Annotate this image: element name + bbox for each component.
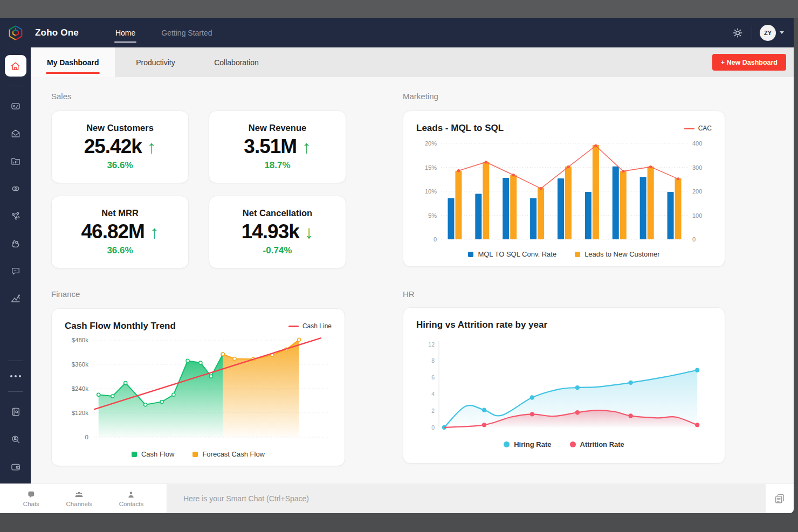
app-frame: Zoho One Home Getting Started ZY [0,18,794,513]
nav-link-home[interactable]: Home [115,25,135,40]
chat-clipboard-button[interactable] [766,484,794,513]
sidebar-item-mail[interactable] [5,123,26,144]
sidebar-item-crm[interactable] [5,95,26,117]
kpi-title: Net Cancellation [243,208,312,218]
sidebar-divider [8,361,23,361]
kpi-card-new-customers: New Customers 25.42k ↑ 36.6% [51,110,189,183]
people-search-icon [10,434,21,445]
svg-text:$120k: $120k [72,410,89,416]
svg-text:0: 0 [431,424,435,431]
trend-up-arrow-icon: ↑ [302,138,311,156]
smart-chat-bar: Chats Channels Contacts [0,483,794,513]
sidebar-item-connections[interactable] [5,205,26,227]
avatar[interactable]: ZY [760,25,776,41]
legend-item-forecast[interactable]: Forecast Cash Flow [192,450,265,458]
sidebar-item-wallet[interactable] [5,456,26,478]
legend-item-hiring[interactable]: Hiring Rate [504,440,551,448]
notebook-icon [10,406,21,417]
hiring-attrition-chart[interactable]: 1286420 [416,338,712,436]
link-loops-icon [10,183,21,194]
leads-mql-sql-chart[interactable]: 20%40015%30010%2005%10000 [416,137,712,249]
kpi-delta: 36.6% [107,160,133,171]
legend-item-mql[interactable]: MQL TO SQL Conv. Rate [468,250,556,258]
chat-tab-channels[interactable]: Channels [66,490,93,507]
sidebar-divider [8,391,23,392]
smart-chat-input[interactable] [167,494,766,503]
user-menu[interactable]: ZY [760,25,784,41]
chat-tab-contacts[interactable]: Contacts [119,490,143,507]
legend-item-cash-flow[interactable]: Cash Flow [132,450,174,458]
tab-my-dashboard[interactable]: My Dashboard [31,47,115,77]
wallet-icon [10,461,21,472]
sidebar-item-recruit[interactable] [5,429,26,450]
svg-text:8: 8 [431,357,435,364]
mail-icon [10,128,21,139]
trend-down-arrow-icon: ↓ [305,223,314,241]
more-ellipsis-icon [10,375,21,377]
hand-gesture-icon [10,238,21,249]
svg-text:300: 300 [692,164,702,171]
kpi-value: 14.93k [242,220,299,243]
new-dashboard-button[interactable]: + New Dashboard [712,54,786,71]
home-icon [10,60,21,72]
sidebar-divider [8,86,23,86]
svg-text:0: 0 [85,434,88,440]
svg-text:400: 400 [692,140,702,147]
sidebar-item-more[interactable] [5,370,26,382]
svg-text:$360k: $360k [72,361,89,368]
chart-title: Hiring vs Attrition rate by year [416,320,547,330]
kpi-card-net-cancellation: Net Cancellation 14.93k ↓ -0.74% [209,196,346,268]
dashboard-tabbar: My Dashboard Productivity Collaboration … [31,47,794,77]
finance-chart-card: Cash Flow Monthly Trend Cash Line $480k$… [51,308,345,466]
tab-productivity[interactable]: Productivity [115,47,196,77]
sidebar-item-cliq[interactable] [5,260,26,282]
crm-card-icon [10,101,21,112]
chart-title: Leads - MQL to SQL [416,123,504,134]
svg-text:6: 6 [431,374,435,381]
svg-text:$240k: $240k [72,385,89,392]
kpi-delta: 36.6% [107,245,133,256]
kpi-card-net-mrr: Net MRR 46.82M ↑ 36.6% [51,196,189,268]
chat-tab-chats[interactable]: Chats [23,490,39,507]
kpi-value: 25.42k [84,135,142,158]
svg-text:15%: 15% [425,164,437,171]
settings-gear-icon[interactable] [731,26,744,39]
nav-link-getting-started[interactable]: Getting Started [161,25,212,40]
sidebar-item-analytics[interactable] [5,288,26,309]
kpi-title: New Customers [86,123,154,133]
sidebar-item-sign[interactable] [5,233,26,254]
cash-line-legend: Cash Line [288,322,332,330]
cac-line-legend: CAC [684,125,712,132]
sidebar-item-notebook[interactable] [5,401,26,423]
trend-up-arrow-icon: ↑ [150,223,159,241]
legend-item-leads[interactable]: Leads to New Customer [575,250,659,258]
window-title-strip [0,0,798,18]
channels-icon [74,490,84,500]
tab-collaboration[interactable]: Collaboration [196,47,277,77]
marketing-chart-card: Leads - MQL to SQL CAC 20%40015%30010%20… [403,110,725,267]
section-label-marketing: Marketing [403,92,438,101]
sidebar-item-flow[interactable] [5,178,26,199]
line-swatch [684,128,694,129]
kpi-title: New Revenue [249,123,306,133]
section-label-sales: Sales [51,92,72,101]
zoho-logo[interactable] [0,24,31,42]
brand-name: Zoho One [35,27,79,38]
cash-flow-chart[interactable]: $480k$360k$240k$120k0 [65,335,332,449]
top-navbar: Zoho One Home Getting Started ZY [0,18,794,47]
hr-chart-card: Hiring vs Attrition rate by year 1286420… [403,307,725,464]
svg-text:5%: 5% [428,212,437,219]
copy-pages-icon [774,493,786,505]
svg-text:20%: 20% [425,140,437,147]
nav-divider [752,26,752,40]
legend-item-attrition[interactable]: Attrition Rate [570,440,624,448]
app-sidebar [0,47,31,483]
sidebar-item-workdrive[interactable] [5,150,26,172]
trend-up-arrow-icon: ↑ [147,138,156,156]
sidebar-item-home[interactable] [5,55,26,77]
kpi-delta: 18.7% [264,160,290,171]
analytics-mountain-icon [10,293,21,304]
kpi-card-new-revenue: New Revenue 3.51M ↑ 18.7% [209,110,346,183]
dashboard-content: Sales Marketing Finance HR New Customers… [31,77,794,483]
section-label-hr: HR [403,289,415,299]
